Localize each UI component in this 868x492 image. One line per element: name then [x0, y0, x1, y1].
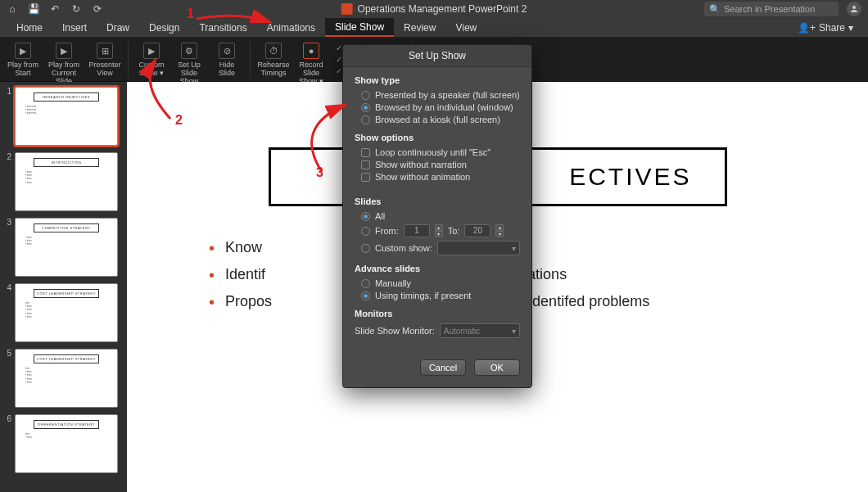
section-show-options: Show options [355, 133, 520, 142]
thumb-num: 3 [3, 218, 11, 227]
svg-point-0 [852, 6, 856, 9]
record-slideshow-button[interactable]: ●Record Slide Show ▾ [293, 41, 329, 87]
to-stepper[interactable]: ▴▾ [495, 224, 504, 237]
chevron-down-icon: ▾ [512, 244, 516, 253]
share-icon: 👤+ [798, 22, 816, 34]
dialog-title: Set Up Show [343, 45, 531, 67]
powerpoint-icon [341, 3, 353, 15]
slide-thumbnail-panel[interactable]: 1RESEARCH OBJECTIVES• item text• item te… [0, 82, 127, 492]
search-input[interactable]: 🔍 Search in Presentation [704, 2, 839, 16]
thumb-num: 5 [3, 349, 11, 358]
thumbnail-slide[interactable]: COST LEADERSHIP STRATEGYtext• item• item… [15, 283, 118, 342]
radio-kiosk[interactable]: Browsed at a kiosk (full screen) [361, 115, 520, 124]
tab-insert[interactable]: Insert [52, 18, 97, 37]
home-icon[interactable]: ⌂ [7, 3, 18, 15]
setup-show-button[interactable]: ⚙Set Up Slide Show [171, 41, 207, 87]
cancel-button[interactable]: Cancel [420, 359, 466, 376]
to-input[interactable]: 20 [464, 224, 491, 237]
thumbnail-slide[interactable]: DIFFERENTIATION STRATEGYtext• item [15, 414, 118, 473]
section-slides: Slides [355, 196, 520, 206]
autosave-icon[interactable]: ⟳ [92, 3, 103, 15]
rehearse-timings-button[interactable]: ⏱Rehearse Timings [255, 41, 292, 79]
custom-show-select[interactable]: ▾ [437, 241, 520, 255]
radio-from-to[interactable]: From: 1 ▴▾ To: 20 ▴▾ [361, 224, 520, 237]
ok-button[interactable]: OK [474, 359, 520, 376]
thumbnail-slide[interactable]: INTRODUCTION• item• item• item• item [15, 152, 118, 211]
thumb-num: 6 [3, 414, 11, 423]
radio-individual[interactable]: Browsed by an individual (window) [361, 102, 520, 112]
radio-timings[interactable]: Using timings, if present [361, 291, 520, 300]
radio-custom-show[interactable]: Custom show: ▾ [361, 241, 520, 255]
setup-show-dialog: Set Up Show Show type Presented by a spe… [342, 44, 532, 388]
thumbnail-slide[interactable]: RESEARCH OBJECTIVES• item text• item tex… [15, 87, 118, 146]
tab-home[interactable]: Home [7, 18, 52, 37]
from-stepper[interactable]: ▴▾ [435, 224, 443, 237]
search-placeholder: Search in Presentation [724, 4, 815, 14]
ribbon-tabs: Home Insert Draw Design Transitions Anim… [0, 18, 868, 38]
radio-manually[interactable]: Manually [361, 278, 520, 288]
radio-speaker[interactable]: Presented by a speaker (full screen) [361, 90, 520, 100]
play-from-current-button[interactable]: ▶Play from Current Slide [43, 41, 85, 87]
custom-show-button[interactable]: ▶Custom Show ▾ [133, 41, 170, 79]
section-advance: Advance slides [355, 264, 520, 273]
monitor-select[interactable]: Automatic▾ [440, 323, 520, 338]
chevron-down-icon: ▾ [512, 327, 516, 336]
section-show-type: Show type [355, 75, 520, 85]
check-no-narration[interactable]: Show without narration [361, 160, 520, 169]
thumbnail-slide[interactable]: COMPETITIVE STRATEGY• item• item• item [15, 218, 118, 277]
check-no-animation[interactable]: Show without animation [361, 172, 520, 182]
search-icon: 🔍 [709, 4, 721, 15]
user-avatar[interactable] [847, 2, 861, 16]
tab-animations[interactable]: Animations [257, 18, 325, 37]
hide-slide-button[interactable]: ⊘Hide Slide [209, 41, 245, 79]
thumbnail-slide[interactable]: COST LEADERSHIP STRATEGYtext• item• item… [15, 349, 118, 408]
share-label: Share [819, 22, 845, 34]
chevron-down-icon: ▾ [848, 22, 853, 34]
monitor-label: Slide Show Monitor: [355, 326, 435, 336]
tab-transitions[interactable]: Transitions [189, 18, 256, 37]
tab-view[interactable]: View [445, 18, 486, 37]
tab-slide-show[interactable]: Slide Show [325, 18, 394, 37]
play-from-start-button[interactable]: ▶Play from Start [5, 41, 41, 79]
thumb-num: 2 [3, 152, 11, 161]
save-icon[interactable]: 💾 [28, 3, 39, 15]
doc-title-wrap: Operations Management PowerPoint 2 [341, 3, 527, 15]
titlebar: ⌂ 💾 ↶ ↻ ⟳ Operations Management PowerPoi… [0, 0, 868, 18]
undo-icon[interactable]: ↶ [49, 3, 61, 15]
thumb-num: 4 [3, 283, 11, 292]
thumb-num: 1 [3, 87, 11, 96]
check-loop[interactable]: Loop continuously until "Esc" [361, 147, 520, 157]
section-monitors: Monitors [355, 309, 520, 318]
share-button[interactable]: 👤+ Share ▾ [789, 18, 861, 37]
tab-review[interactable]: Review [394, 18, 445, 37]
presenter-view-button[interactable]: ⊞Presenter View [87, 41, 123, 79]
redo-icon[interactable]: ↻ [70, 3, 82, 15]
from-input[interactable]: 1 [404, 224, 430, 237]
radio-all-slides[interactable]: All [361, 211, 520, 221]
tab-design[interactable]: Design [139, 18, 189, 37]
quick-access: ⌂ 💾 ↶ ↻ ⟳ [7, 3, 103, 15]
tab-draw[interactable]: Draw [97, 18, 139, 37]
doc-title: Operations Management PowerPoint 2 [358, 3, 527, 15]
